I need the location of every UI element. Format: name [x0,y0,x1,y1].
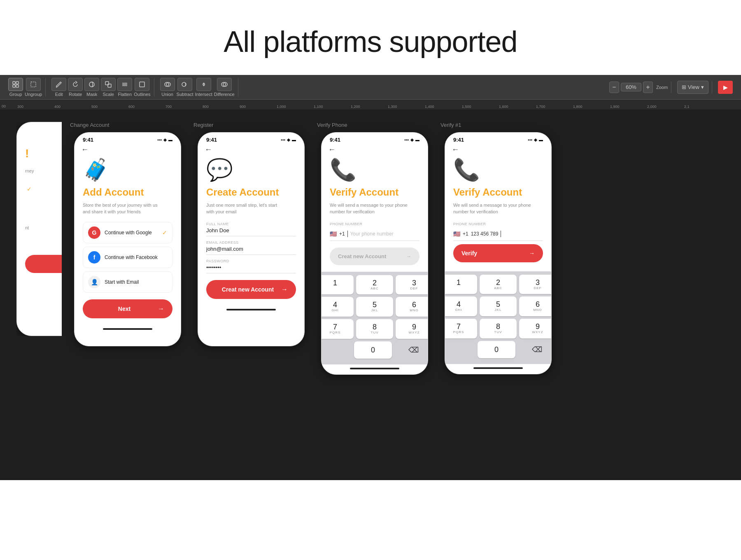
verify-btn-text: Verify [461,250,477,257]
verify-button[interactable]: Verify → [453,244,543,262]
difference-tool[interactable]: Difference [214,78,235,97]
scale-tool[interactable]: Scale [101,78,116,97]
outlines-tool[interactable]: Outlines [134,78,150,97]
key-3-4[interactable]: 3DEF [519,275,552,294]
register-label: Register [193,122,213,128]
key-4-4[interactable]: 4GHI [445,296,477,316]
subtract-button[interactable] [177,78,192,91]
union-tool[interactable]: Union [160,78,175,97]
time-4: 9:41 [453,137,464,143]
status-icons-1: ▪▪▪ ◈ ▬ [157,138,172,142]
google-option[interactable]: G Continue with Google ✓ [83,222,172,243]
key-2-4[interactable]: 2ABC [480,275,517,294]
edit-button[interactable] [51,78,66,91]
rotate-button[interactable] [68,78,83,91]
key-del-3[interactable]: ⌫ [394,341,428,359]
ruler-tick-700: 700 [165,105,202,109]
key-8-3[interactable]: 8TUV [356,319,393,339]
back-button-3[interactable]: ← [322,145,428,157]
intersect-button[interactable] [196,78,211,91]
key-7-3[interactable]: 7PQRS [321,319,354,339]
ungroup-label: Ungroup [25,92,42,97]
email-value: john@mail.com [206,246,296,255]
phone-input-area-4[interactable]: 🇺🇸 +1 123 456 789 [453,227,543,241]
mask-tool[interactable]: Mask [84,78,99,97]
ungroup-button[interactable] [26,78,41,91]
key-4-3[interactable]: 4GHI [321,297,354,317]
zoom-in-button[interactable]: + [643,82,653,93]
facebook-option-text: Continue with Facebook [105,254,158,260]
phone-input-area-3[interactable]: 🇺🇸 +1 Your phone number [330,227,419,241]
key-sub-6-4: MNO [521,308,552,312]
scale-button[interactable] [101,78,116,91]
create-account-button-gray[interactable]: Creat new Account → [330,247,419,265]
key-del-4[interactable]: ⌫ [518,341,552,358]
group-button[interactable] [8,78,23,91]
mask-button[interactable] [84,78,99,91]
key-sub-3-4: DEF [521,286,552,290]
view-button[interactable]: ⊞ View ▾ [677,81,708,94]
key-sub-9-3: WXYZ [397,331,428,335]
preview-button[interactable]: ▶ [718,81,733,94]
key-0-4[interactable]: 0 [478,341,516,358]
rotate-tool[interactable]: Rotate [68,78,83,97]
flatten-tool[interactable]: Flatten [117,78,132,97]
keypad-row-4-3: 0 ⌫ [321,341,428,359]
keypad-row-3-4: 7PQRS 8TUV 9WXYZ [445,319,552,338]
next-button[interactable]: Next → [83,299,172,318]
union-button[interactable] [160,78,175,91]
intersect-tool[interactable]: Intersect [195,78,212,97]
key-6-4[interactable]: 6MNO [519,296,552,316]
key-3-3[interactable]: 3DEF [396,275,428,295]
time-3: 9:41 [330,137,340,143]
key-sub-1-4 [445,286,475,290]
email-option[interactable]: 👤 Start with Email [83,271,172,293]
keypad-row-2-4: 4GHI 5JKL 6MNO [445,296,552,316]
facebook-option[interactable]: f Continue with Facebook [83,247,172,268]
keypad-row-1-3: 1 2ABC 3DEF [321,275,428,295]
email-icon: 👤 [88,276,100,288]
zoom-label: Zoom [656,85,668,90]
create-account-button[interactable]: Creat new Account → [206,280,296,299]
key-2-3[interactable]: 2ABC [356,275,393,295]
key-sub-1-3 [321,287,352,291]
key-main-0-4: 0 [479,346,514,353]
status-bar-1: 9:41 ▪▪▪ ◈ ▬ [75,133,181,145]
verify-phone-label: Verify Phone [317,122,347,128]
keypad-3: 1 2ABC 3DEF 4GHI 5JKL 6MNO 7PQRS 8TUV 9W… [321,272,428,364]
key-sub-8-4: TUV [481,330,515,334]
key-9-3[interactable]: 9WXYZ [396,319,428,339]
subtract-tool[interactable]: Subtract [177,78,193,97]
key-1-3[interactable]: 1 [321,275,354,295]
wifi-icon-4: ◈ [534,138,537,142]
difference-button[interactable] [217,78,232,91]
back-button-1[interactable]: ← [75,145,181,157]
create-btn-text: Creat new Account [214,286,281,293]
group-tool[interactable]: Group [8,78,23,97]
back-button-2[interactable]: ← [198,145,304,157]
key-0-3[interactable]: 0 [354,341,392,359]
flatten-button[interactable] [117,78,132,91]
difference-label: Difference [214,92,235,97]
key-9-4[interactable]: 9WXYZ [519,319,552,338]
svg-rect-2 [13,85,15,87]
key-5-4[interactable]: 5JKL [480,296,517,316]
zoom-out-button[interactable]: − [609,82,619,93]
ungroup-tool[interactable]: Ungroup [25,78,42,97]
key-sub-4-3: GHI [321,308,352,313]
key-8-4[interactable]: 8TUV [480,319,517,338]
partial-arrow-button[interactable]: → [25,255,62,273]
key-space-3 [321,341,352,359]
register-container: Register 9:41 ▪▪▪ ◈ ▬ ← 💬 Create Account… [193,122,309,346]
next-arrow-icon: → [158,305,164,313]
edit-tool[interactable]: Edit [51,78,66,97]
zoom-value[interactable]: 60% [621,83,641,91]
back-button-4[interactable]: ← [445,145,551,157]
key-1-4[interactable]: 1 [445,275,477,294]
key-6-3[interactable]: 6MNO [396,297,428,317]
key-7-4[interactable]: 7PQRS [445,319,477,338]
ruler-tick-2100: 2,1 [683,105,720,109]
svg-rect-0 [13,82,15,84]
outlines-button[interactable] [135,78,149,91]
key-5-3[interactable]: 5JKL [356,297,393,317]
